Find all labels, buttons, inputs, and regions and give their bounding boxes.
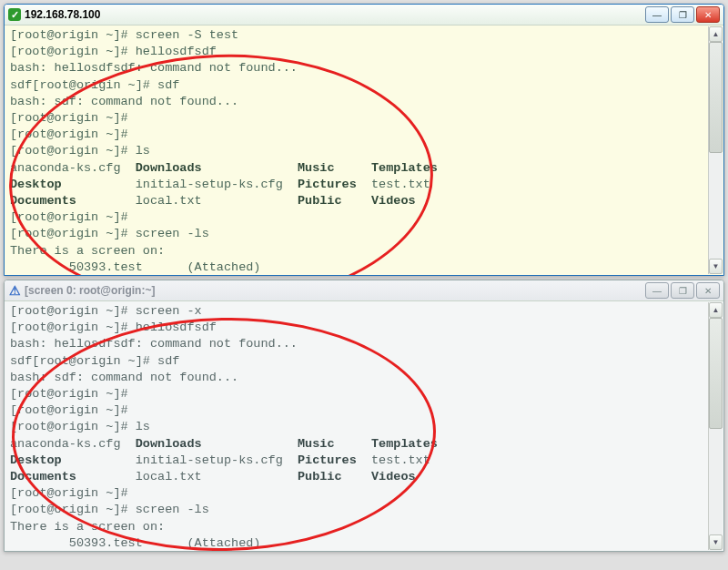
terminal-2-output: [root@origin ~]# screen -x [root@origin … xyxy=(10,303,718,551)
terminal-2[interactable]: [root@origin ~]# screen -x [root@origin … xyxy=(5,301,723,551)
window-1-controls: — ❐ ✕ xyxy=(645,6,720,23)
terminal-1[interactable]: [root@origin ~]# screen -S test [root@or… xyxy=(5,25,723,275)
minimize-button[interactable]: — xyxy=(645,282,669,299)
scrollbar-thumb[interactable] xyxy=(709,42,723,153)
terminal-1-output: [root@origin ~]# screen -S test [root@or… xyxy=(10,27,718,275)
scroll-up-button[interactable]: ▲ xyxy=(709,26,723,42)
check-icon: ✓ xyxy=(8,8,21,21)
scroll-down-button[interactable]: ▼ xyxy=(709,259,723,274)
window-2-controls: — ❐ ✕ xyxy=(645,282,720,299)
scrollbar-1[interactable]: ▲ ▼ xyxy=(708,26,723,274)
window-2-title: [screen 0: root@origin:~] xyxy=(25,284,645,297)
maximize-button[interactable]: ❐ xyxy=(671,282,694,299)
terminal-window-2: ⚠ [screen 0: root@origin:~] — ❐ ✕ [root@… xyxy=(4,280,724,552)
scroll-down-button[interactable]: ▼ xyxy=(709,534,723,550)
scrollbar-2[interactable]: ▲ ▼ xyxy=(708,302,723,550)
close-button[interactable]: ✕ xyxy=(696,6,720,23)
minimize-button[interactable]: — xyxy=(645,6,669,23)
scrollbar-thumb[interactable] xyxy=(709,318,723,429)
warn-icon: ⚠ xyxy=(8,284,21,297)
terminal-window-1: ✓ 192.168.78.100 — ❐ ✕ [root@origin ~]# … xyxy=(4,4,724,276)
titlebar-1[interactable]: ✓ 192.168.78.100 — ❐ ✕ xyxy=(5,5,723,25)
scrollbar-track[interactable] xyxy=(709,42,723,259)
titlebar-2[interactable]: ⚠ [screen 0: root@origin:~] — ❐ ✕ xyxy=(5,280,723,301)
window-1-title: 192.168.78.100 xyxy=(25,8,645,21)
scroll-up-button[interactable]: ▲ xyxy=(709,302,723,318)
maximize-button[interactable]: ❐ xyxy=(671,6,694,23)
close-button[interactable]: ✕ xyxy=(696,282,720,299)
scrollbar-track[interactable] xyxy=(709,318,723,534)
